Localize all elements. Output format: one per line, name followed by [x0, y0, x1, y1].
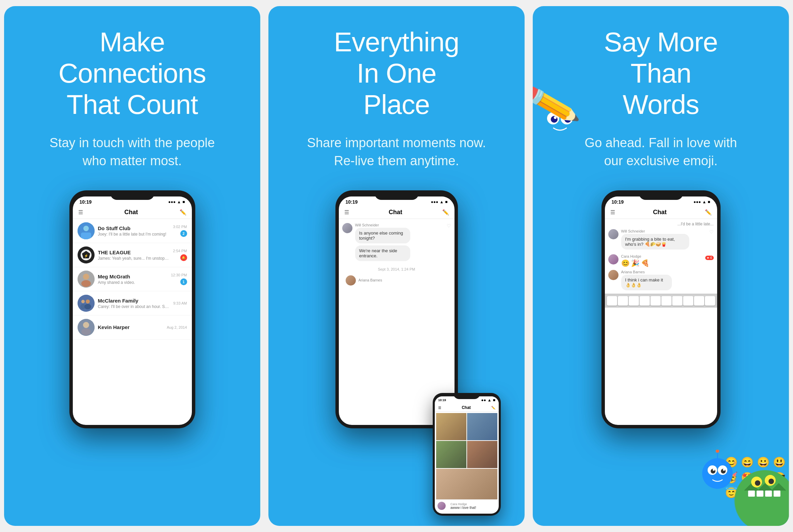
chat-info-do-stuff-club: Do Stuff Club Joey: I'll be a little lat… [98, 225, 170, 237]
chat-header-title-1: Chat [125, 209, 138, 216]
phone-screen-small: 10:19 ●● ▲ ■ ☰ Chat ✏️ [435, 396, 499, 514]
chat-badge-the-league: 🔔 [180, 254, 187, 261]
phone-mockup-small: 10:19 ●● ▲ ■ ☰ Chat ✏️ [433, 393, 501, 516]
status-time-1: 10:19 [80, 199, 92, 205]
compose-icon-1[interactable]: ✏️ [180, 209, 186, 216]
key-u[interactable] [672, 296, 682, 306]
svg-point-12 [84, 304, 91, 309]
chat-header-small: ☰ Chat ✏️ [435, 404, 499, 412]
key-r[interactable] [640, 296, 650, 306]
compose-small[interactable]: ✏️ [491, 406, 495, 410]
grid-emoji-12: 😉 [773, 487, 786, 499]
grid-emoji-4: 😃 [773, 456, 786, 468]
key-o[interactable] [694, 296, 704, 306]
avatar-kevin-harper [78, 319, 95, 336]
compose-icon-3[interactable]: ✏️ [705, 209, 712, 216]
msg-avatar-will-3 [608, 229, 618, 239]
svg-point-6 [83, 274, 89, 280]
photo-grid [348, 290, 350, 338]
heart-will-3[interactable]: ♡ [709, 229, 714, 235]
svg-point-20 [564, 116, 571, 123]
chat-preview-mcclaren-family: Carey: I'll be over in about an hour. Se… [98, 304, 170, 309]
phone-wrapper-2: 10:19 ●●● ▲ ■ ☰ Chat ✏️ [285, 190, 508, 526]
small-photo-2 [467, 413, 497, 440]
hamburger-icon-2[interactable]: ☰ [344, 209, 349, 216]
cara-heart-badge: ♥ 4 [705, 254, 713, 260]
svg-point-1 [83, 226, 89, 231]
chat-badge-meg-mcgrath: 1 [180, 278, 187, 285]
key-p[interactable] [705, 296, 715, 306]
key-t[interactable] [650, 296, 661, 306]
phone-mockup-1: 10:19 ●●● ▲ ■ ☰ Chat ✏️ [69, 190, 195, 428]
panel-everything: Everything In One Place Share important … [268, 6, 525, 526]
blue-blob-character [536, 88, 584, 143]
key-w[interactable] [618, 296, 628, 306]
chat-time-mcclaren-family: 9:33 AM [173, 301, 187, 305]
phone-notch-3 [639, 190, 683, 200]
heart-icon-will[interactable]: ♡ [447, 223, 451, 228]
status-time-3: 10:19 [612, 199, 624, 205]
date-label-2: Sept 3, 2014, 1:24 PM [339, 264, 455, 274]
msg-bubble-will-1: Is anyone else coming tonight? [355, 228, 411, 243]
heart-count-cara: ♥ 4 [705, 256, 713, 260]
chat-meta-mcclaren-family: 9:33 AM [173, 301, 187, 305]
msg-avatar-ariana-3 [608, 270, 618, 280]
cara-msg-small: awww i love that! [450, 506, 496, 510]
msg-avatar-cara [608, 254, 618, 264]
svg-point-21 [554, 116, 557, 119]
hamburger-icon-1[interactable]: ☰ [78, 209, 83, 216]
phone-screen-1: 10:19 ●●● ▲ ■ ☰ Chat ✏️ [73, 196, 192, 425]
signal-icon-1: ●●● [168, 200, 176, 204]
svg-text:⚡: ⚡ [84, 254, 88, 258]
svg-point-22 [567, 116, 570, 119]
small-photo-3 [436, 441, 466, 468]
chat-item-meg-mcgrath[interactable]: Meg McGrath Amy shared a video. 12:30 PM… [73, 267, 192, 291]
key-q[interactable] [607, 296, 617, 306]
signal-icon-2: ●●● [431, 200, 439, 204]
avatar-meg-mcgrath [78, 271, 95, 288]
svg-point-23 [537, 121, 549, 129]
chat-item-kevin-harper[interactable]: Kevin Harper Aug 2, 2014 [73, 315, 192, 340]
phone-notch-small [453, 393, 480, 399]
svg-point-8 [78, 295, 95, 312]
avatar-the-league: ⚡ [78, 246, 95, 263]
cara-emoji-2: 🎉 [631, 259, 640, 267]
chat-preview-the-league: James: Yeah yeah, sure... I'm unstoppabl… [98, 256, 170, 261]
panel-connections-subtitle: Stay in touch with the people who matter… [50, 134, 215, 170]
chat-item-do-stuff-club[interactable]: Do Stuff Club Joey: I'll be a little lat… [73, 219, 192, 243]
key-e[interactable] [629, 296, 639, 306]
chat-meta-do-stuff-club: 3:02 PM 2 [173, 225, 187, 237]
grid-emoji-8: 😎 [773, 471, 786, 483]
panel-words-title: Say More Than Words [604, 27, 717, 120]
chat-meta-the-league: 2:54 PM 🔔 [173, 249, 187, 261]
svg-rect-29 [774, 491, 780, 497]
status-icons-2: ●●● ▲ ■ [431, 200, 448, 204]
avatar-mcclaren-family [78, 295, 95, 312]
keyboard-row [607, 296, 715, 306]
cara-emoji-1: 😊 [621, 259, 630, 267]
keyboard-area [605, 294, 717, 308]
compose-icon-2[interactable]: ✏️ [442, 209, 449, 216]
chat-preview-meg-mcgrath: Amy shared a video. [98, 280, 168, 285]
hamburger-icon-3[interactable]: ☰ [610, 209, 615, 216]
chat-name-mcclaren-family: McClaren Family [98, 298, 170, 304]
key-y[interactable] [661, 296, 672, 306]
hamburger-small[interactable]: ☰ [438, 406, 441, 410]
chat-item-the-league[interactable]: ⚡ THE LEAGUE James: Yeah yeah, sure... I… [73, 243, 192, 267]
panel-everything-subtitle: Share important moments now. Re-live the… [307, 134, 486, 170]
msg-avatar-ariana [346, 275, 356, 286]
msg-sender-ariana: Ariana Barnes [359, 278, 382, 282]
phone-screen-3: 10:19 ●●● ▲ ■ ☰ Chat ✏️ ...I'd be a l [605, 196, 717, 425]
msg-content-will: Will Schneider Is anyone else coming ton… [355, 223, 424, 263]
cara-emoji-row: 😊 🎉 🍕 [621, 259, 649, 267]
chat-header-1: ☰ Chat ✏️ [73, 206, 192, 219]
chat-item-mcclaren-family[interactable]: McClaren Family Carey: I'll be over in a… [73, 291, 192, 315]
wifi-icon-3: ▲ [702, 200, 706, 204]
msg-row-will-bite: Will Schneider I'm grabbing a bite to ea… [605, 228, 717, 253]
msg-sender-will-3: Will Schneider [621, 229, 707, 233]
cara-msg-content: Cara Hodge awww i love that! [450, 502, 496, 510]
svg-point-18 [561, 112, 573, 124]
key-i[interactable] [683, 296, 693, 306]
svg-point-16 [541, 103, 579, 140]
status-icons-1: ●●● ▲ ■ [168, 200, 185, 204]
